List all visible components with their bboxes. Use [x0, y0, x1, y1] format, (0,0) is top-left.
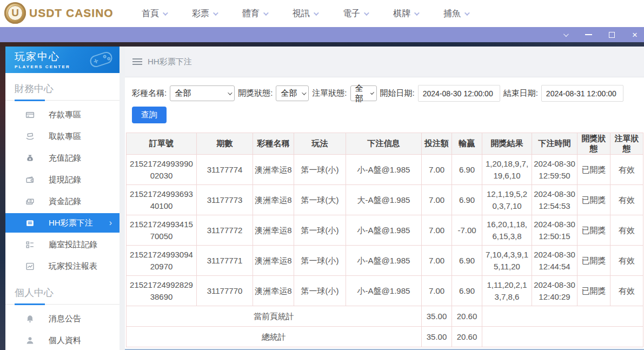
chevron-down-icon — [563, 31, 568, 37]
lottery-name-select[interactable]: 全部 — [170, 85, 235, 101]
col-play-type: 玩法 — [294, 133, 346, 155]
sidebar-item-withdrawal-records[interactable]: 提現記錄 — [5, 169, 119, 190]
total-stats-bet: 35.00 — [422, 327, 452, 347]
cell-lottery-name: 澳洲幸运8 — [253, 215, 294, 246]
cell-period: 31177772 — [197, 215, 253, 246]
col-bet-time: 下注時間 — [532, 133, 577, 155]
window-collapse-button[interactable] — [559, 29, 571, 41]
start-date-input[interactable]: 2024-08-30 12:00:00 — [418, 85, 500, 102]
sidebar-item-label: 資金記錄 — [49, 196, 81, 207]
end-date-input[interactable]: 2024-08-31 12:00:00 — [541, 85, 623, 102]
sidebar-item-deposit[interactable]: 存款專區 — [5, 104, 119, 126]
cell-play-type: 第一球(小) — [294, 215, 346, 246]
window-maximize-button[interactable] — [606, 29, 618, 41]
button-row: 查詢 — [125, 102, 644, 123]
cell-bet-info: 小-A盤@1.985 — [346, 246, 422, 276]
cell-bet-time: 2024-08-30 12:54:53 — [532, 185, 577, 215]
cell-order-id: 2152172499369340100 — [127, 185, 197, 215]
cell-order-id: 2152172499309420970 — [127, 246, 197, 276]
cell-play-type: 第一球(小) — [294, 155, 346, 185]
cell-order-id: 2152172499282938690 — [127, 276, 197, 306]
cell-bet-amount: 7.00 — [422, 276, 452, 306]
sidebar-item-label: 提現記錄 — [49, 175, 81, 185]
nav-item-board-games[interactable]: 棋牌 — [393, 8, 418, 19]
nav-item-video[interactable]: 視訊 — [293, 8, 317, 19]
nav-label: 視訊 — [293, 8, 310, 19]
cell-draw-result: 12,1,19,5,20,3,7,10 — [482, 185, 532, 215]
nav-item-lottery[interactable]: 彩票 — [192, 8, 217, 19]
order-status-select[interactable]: 全部 — [350, 85, 377, 101]
coin-letter: U — [11, 7, 19, 19]
chevron-down-icon — [314, 10, 319, 16]
sidebar-item-hh-lottery-bets[interactable]: HH彩票下注 › — [5, 213, 119, 233]
col-winloss: 輸贏 — [452, 133, 482, 155]
cell-bet-time: 2024-08-30 12:59:50 — [532, 155, 577, 185]
cell-bet-info: 大-A盤@1.985 — [346, 185, 422, 215]
cell-draw-status: 已開獎 — [577, 276, 610, 306]
sidebar-item-profile[interactable]: 個人資料 — [5, 329, 119, 350]
cell-bet-amount: 7.00 — [422, 185, 452, 215]
menu-icon[interactable] — [132, 58, 142, 65]
bell-icon — [25, 314, 35, 323]
draw-status-select[interactable]: 全部 — [276, 85, 309, 101]
cell-order-id: 2152172499341570050 — [127, 215, 197, 246]
sidebar-item-fund-records[interactable]: 資金記錄 — [5, 190, 119, 212]
cell-order-status: 有效 — [610, 215, 643, 246]
cell-draw-result: 1,11,20,2,13,7,8,6 — [482, 276, 532, 306]
sidebar-item-withdraw[interactable]: 取款專區 — [5, 126, 119, 147]
sidebar-item-recharge-records[interactable]: 充值記錄 — [5, 147, 119, 169]
minimize-icon — [585, 34, 592, 35]
sidebar-section-personal: 個人中心 — [5, 277, 119, 304]
chevron-down-icon — [228, 90, 232, 95]
cell-play-type: 第一球(大) — [294, 185, 346, 215]
total-stats-empty — [482, 327, 643, 347]
nav-item-slots[interactable]: 電子 — [343, 8, 368, 19]
nav-label: 首頁 — [142, 8, 159, 19]
nav-item-sports[interactable]: 體育 — [242, 8, 267, 19]
cell-bet-time: 2024-08-30 12:44:54 — [532, 246, 577, 276]
hand-money-icon — [25, 132, 35, 141]
cell-lottery-name: 澳洲幸运8 — [253, 155, 294, 185]
window-titlebar: × — [0, 27, 644, 42]
sidebar-item-hall-bet-records[interactable]: 廳室投註記錄 — [5, 234, 119, 255]
cell-order-status: 有效 — [610, 246, 643, 276]
col-draw-result: 開獎結果 — [482, 133, 532, 155]
cell-order-status: 有效 — [610, 276, 643, 306]
query-button[interactable]: 查詢 — [132, 107, 167, 123]
draw-status-value: 全部 — [281, 88, 297, 98]
nav-item-home[interactable]: 首頁 — [142, 8, 167, 19]
col-draw-status: 開獎狀態 — [577, 133, 610, 155]
app-window: U USDT CASINO 首頁 彩票 體育 視訊 電子 棋牌 捕魚 × 玩家中 — [0, 0, 644, 350]
table-row: 2152172499399002030 31177774 澳洲幸运8 第一球(小… — [127, 155, 643, 185]
cell-lottery-name: 澳洲幸运8 — [253, 246, 294, 276]
sidebar-item-messages[interactable]: 消息公告 — [5, 308, 119, 329]
total-stats-label: 總統計 — [127, 327, 422, 347]
sidebar: 玩家中心 PLAYERS CENTER 財務中心 存款專區 — [5, 47, 119, 350]
window-close-button[interactable]: × — [629, 29, 641, 41]
report-icon — [25, 262, 35, 271]
sidebar-item-player-bet-report[interactable]: 玩家投注報表 — [5, 255, 119, 277]
sidebar-item-label: HH彩票下注 — [49, 218, 93, 228]
cell-bet-time: 2024-08-30 12:40:29 — [532, 276, 577, 306]
nav-item-fishing[interactable]: 捕魚 — [443, 8, 468, 19]
cell-lottery-name: 澳洲幸运8 — [253, 185, 294, 215]
cell-play-type: 第一球(小) — [294, 276, 346, 306]
section-divider — [5, 100, 119, 101]
chevron-down-icon — [414, 10, 420, 16]
cell-draw-status: 已開獎 — [577, 155, 610, 185]
nav-label: 棋牌 — [393, 8, 410, 19]
app-area: 玩家中心 PLAYERS CENTER 財務中心 存款專區 — [5, 47, 644, 350]
window-minimize-button[interactable] — [582, 29, 594, 41]
hall-list-icon — [25, 240, 35, 249]
page-stats-label: 當前頁統計 — [127, 306, 422, 327]
chevron-down-icon — [213, 10, 218, 16]
page-stats-empty — [482, 306, 643, 327]
coin-logo-icon: U — [4, 2, 26, 24]
sidebar-item-label: 充值記錄 — [49, 153, 81, 163]
cell-bet-time: 2024-08-30 12:50:15 — [532, 215, 577, 246]
cell-order-status: 有效 — [610, 155, 643, 185]
logo[interactable]: U USDT CASINO — [4, 2, 114, 24]
cell-bet-amount: 7.00 — [422, 155, 452, 185]
filter-bar: 彩種名稱: 全部 開獎狀態: 全部 注單狀態: 全部 開始 — [125, 77, 644, 102]
end-date-label: 結束日期: — [503, 88, 538, 98]
